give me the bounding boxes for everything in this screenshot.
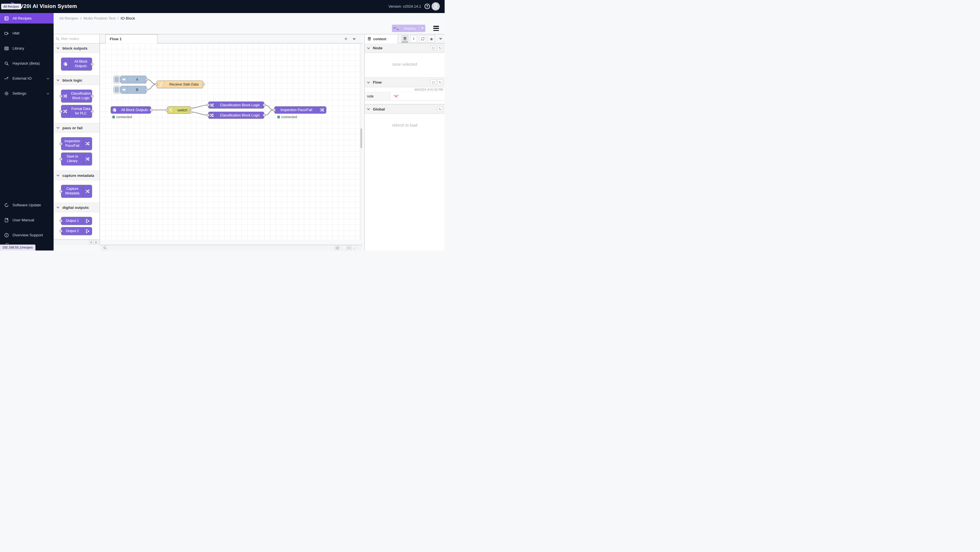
- sidebar-item-overview-support[interactable]: Overview Support: [0, 230, 54, 240]
- help-book-button[interactable]: [419, 35, 426, 43]
- palette-node-all-block-outputs[interactable]: All Block Outputs: [61, 57, 92, 71]
- filter-nodes-input[interactable]: [61, 36, 92, 41]
- palette-node-output-2[interactable]: Output 2: [61, 227, 92, 235]
- camera-icon: [4, 31, 9, 36]
- canvas-node-b[interactable]: B: [120, 86, 146, 94]
- scrollbar-thumb[interactable]: [360, 128, 362, 148]
- palette-node-save-to-library[interactable]: Save to Library: [61, 152, 92, 165]
- output-port[interactable]: [145, 89, 148, 91]
- output-port[interactable]: [150, 109, 153, 111]
- palette-collapse-all-button[interactable]: [89, 240, 93, 244]
- input-port[interactable]: [60, 143, 62, 145]
- tab-context[interactable]: context: [365, 34, 398, 43]
- sidebar-item-hmi[interactable]: HMI: [0, 28, 54, 38]
- palette-section-block-outputs[interactable]: block outputs: [54, 43, 100, 53]
- sidebar-item-label: All Recipes: [13, 16, 32, 21]
- zoom-reset-button[interactable]: [347, 246, 351, 250]
- output-port[interactable]: [189, 107, 192, 109]
- input-port[interactable]: [60, 110, 62, 113]
- copy-path-button[interactable]: [430, 45, 436, 51]
- input-port[interactable]: [60, 95, 62, 97]
- minimap-button[interactable]: [335, 246, 339, 250]
- palette-section-pass-or-fail[interactable]: pass or fail: [54, 123, 100, 133]
- shuffle-icon: [83, 185, 92, 198]
- input-port[interactable]: [207, 114, 210, 116]
- output-port[interactable]: [145, 78, 148, 81]
- sidebar-item-software-update[interactable]: Software Update: [0, 200, 54, 210]
- output-port[interactable]: [91, 95, 94, 97]
- input-port[interactable]: [155, 83, 158, 86]
- palette-node-capture-metadata[interactable]: Capture Metadata: [61, 185, 92, 198]
- palette-section-digital-outputs[interactable]: digital outputs: [54, 203, 100, 212]
- globe-icon: [111, 106, 118, 113]
- input-port[interactable]: [207, 104, 210, 106]
- palette-node-inspection-pass-fail[interactable]: Inspection Pass/Fail: [61, 137, 92, 150]
- info-tool-button[interactable]: i: [410, 35, 417, 43]
- info-circle-icon: [4, 233, 9, 238]
- canvas-node-switch[interactable]: switch: [167, 106, 191, 114]
- palette-expand-all-button[interactable]: [94, 240, 98, 244]
- sidebar-item-external-io[interactable]: External IO: [0, 73, 54, 84]
- sidebar-item-all-recipes[interactable]: All Recipes: [0, 13, 54, 24]
- context-section-flow-header[interactable]: Flow ↻: [365, 78, 445, 87]
- help-icon[interactable]: ?: [425, 4, 430, 9]
- canvas-node-classification-1[interactable]: Classification Block Logic: [208, 102, 264, 108]
- zoom-out-button[interactable]: −: [342, 246, 346, 250]
- tab-flow-1[interactable]: Flow 1: [105, 34, 158, 43]
- refresh-button[interactable]: ↻: [437, 106, 443, 112]
- menu-button[interactable]: [433, 26, 439, 31]
- output-port[interactable]: [91, 110, 94, 113]
- debug-tool-button[interactable]: [428, 35, 435, 43]
- sidebar-item-settings[interactable]: Settings: [0, 88, 54, 98]
- output-port[interactable]: [202, 83, 205, 86]
- input-port[interactable]: [60, 230, 62, 232]
- breadcrumb-item[interactable]: All Recipes: [59, 16, 78, 21]
- flow-tab-bar: Flow 1 +: [100, 34, 362, 43]
- link-node-button[interactable]: [113, 86, 120, 94]
- zoom-in-button[interactable]: +: [352, 246, 356, 250]
- deploy-options-caret[interactable]: [419, 25, 425, 32]
- copy-path-button[interactable]: [430, 79, 436, 85]
- panel-options-caret[interactable]: [439, 38, 442, 40]
- deploy-button[interactable]: Deploy: [392, 25, 425, 32]
- sidebar-item-haystack[interactable]: Haystack (Beta): [0, 58, 54, 68]
- output-port[interactable]: [263, 114, 266, 116]
- canvas-vertical-scrollbar[interactable]: [360, 43, 362, 240]
- refresh-button[interactable]: ↻: [437, 79, 443, 85]
- input-port[interactable]: [60, 158, 62, 160]
- palette-section-block-logic[interactable]: block logic: [54, 75, 100, 85]
- input-port[interactable]: [165, 109, 169, 111]
- output-port[interactable]: [263, 104, 266, 106]
- canvas-node-recieve-side-data[interactable]: ƒ Recieve Side Data: [156, 81, 203, 88]
- flow-list-caret[interactable]: [352, 38, 356, 40]
- palette-node-format-data-for-plc[interactable]: Format Data for PLC: [61, 105, 92, 118]
- context-section-node-header[interactable]: Node ↻: [365, 43, 445, 53]
- context-section-global-header[interactable]: Global ↻: [365, 104, 445, 114]
- chevron-down-icon: [46, 77, 49, 79]
- canvas-node-a[interactable]: A: [120, 76, 146, 83]
- input-port[interactable]: [60, 220, 62, 222]
- avatar[interactable]: [431, 2, 440, 11]
- flow-context-row[interactable]: side "A": [365, 92, 445, 101]
- palette-section-capture-metadata[interactable]: capture metadata: [54, 171, 100, 180]
- output-port[interactable]: [189, 111, 192, 113]
- output-port[interactable]: [91, 63, 94, 65]
- chevron-down-icon: [57, 126, 60, 129]
- canvas-search-button[interactable]: [103, 246, 107, 250]
- add-flow-button[interactable]: +: [344, 36, 347, 41]
- input-port[interactable]: [60, 190, 62, 193]
- sidebar-item-library[interactable]: Library: [0, 43, 54, 54]
- palette-node-classification-block-logic[interactable]: Classification Block Logic: [61, 90, 92, 103]
- context-tool-button[interactable]: [401, 35, 408, 43]
- flow-canvas[interactable]: A B ƒ Recieve Side Data: [100, 43, 360, 240]
- globe-icon: [61, 58, 70, 70]
- canvas-node-inspection-pass-fail[interactable]: Inspection Pass/Fail: [274, 106, 326, 114]
- link-node-button[interactable]: [113, 76, 120, 83]
- breadcrumb-item[interactable]: Multo Position Test: [83, 16, 115, 21]
- canvas-node-all-block-outputs[interactable]: All Block Outputs: [111, 106, 151, 114]
- sidebar-item-user-manual[interactable]: User Manual: [0, 215, 54, 225]
- canvas-node-classification-2[interactable]: Classification Block Logic: [208, 112, 264, 119]
- input-port[interactable]: [273, 109, 275, 111]
- palette-node-output-1[interactable]: Output 1: [61, 217, 92, 225]
- refresh-button[interactable]: ↻: [437, 45, 443, 51]
